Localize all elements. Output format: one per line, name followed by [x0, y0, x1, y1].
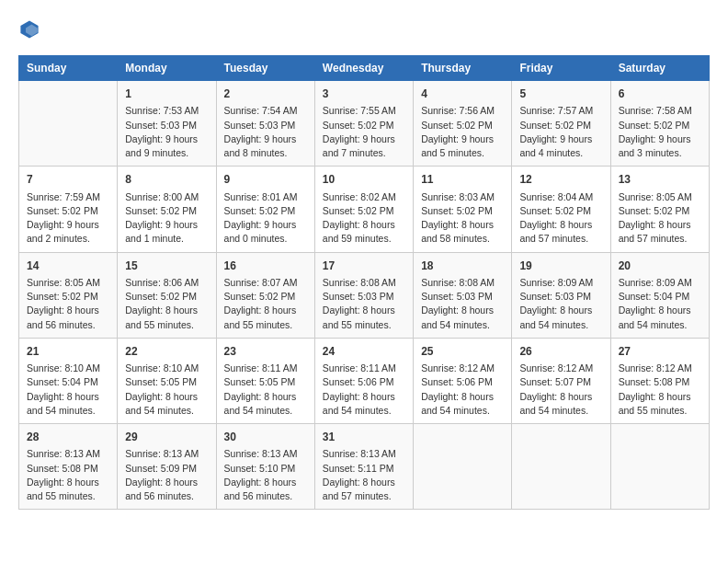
day-info: Sunrise: 7:59 AM Sunset: 5:02 PM Dayligh… — [27, 190, 109, 247]
column-header-wednesday: Wednesday — [314, 56, 413, 81]
day-number: 20 — [619, 259, 701, 274]
calendar-cell: 3Sunrise: 7:55 AM Sunset: 5:02 PM Daylig… — [314, 81, 413, 167]
calendar-week-row: 14Sunrise: 8:05 AM Sunset: 5:02 PM Dayli… — [19, 252, 710, 338]
calendar-cell — [512, 424, 610, 510]
calendar-cell: 7Sunrise: 7:59 AM Sunset: 5:02 PM Daylig… — [19, 167, 118, 252]
day-info: Sunrise: 8:06 AM Sunset: 5:02 PM Dayligh… — [125, 276, 208, 332]
day-number: 25 — [421, 344, 504, 360]
calendar-cell: 28Sunrise: 8:13 AM Sunset: 5:08 PM Dayli… — [19, 424, 118, 510]
calendar-cell: 9Sunrise: 8:01 AM Sunset: 5:02 PM Daylig… — [216, 167, 314, 252]
calendar-cell: 16Sunrise: 8:07 AM Sunset: 5:02 PM Dayli… — [216, 252, 314, 338]
day-info: Sunrise: 7:58 AM Sunset: 5:02 PM Dayligh… — [619, 104, 701, 160]
day-info: Sunrise: 7:55 AM Sunset: 5:02 PM Dayligh… — [323, 104, 405, 160]
calendar-cell: 13Sunrise: 8:05 AM Sunset: 5:02 PM Dayli… — [610, 167, 709, 252]
day-info: Sunrise: 8:13 AM Sunset: 5:09 PM Dayligh… — [125, 447, 208, 503]
calendar-cell: 1Sunrise: 7:53 AM Sunset: 5:03 PM Daylig… — [118, 81, 216, 167]
calendar-cell: 11Sunrise: 8:03 AM Sunset: 5:02 PM Dayli… — [414, 167, 512, 252]
column-header-friday: Friday — [512, 56, 610, 81]
calendar-week-row: 28Sunrise: 8:13 AM Sunset: 5:08 PM Dayli… — [19, 424, 710, 510]
day-number: 19 — [519, 259, 602, 274]
day-number: 2 — [224, 86, 307, 102]
calendar-cell: 30Sunrise: 8:13 AM Sunset: 5:10 PM Dayli… — [216, 424, 314, 510]
column-header-tuesday: Tuesday — [216, 56, 314, 81]
calendar-cell: 2Sunrise: 7:54 AM Sunset: 5:03 PM Daylig… — [216, 81, 314, 167]
page-header — [18, 18, 710, 40]
day-number: 5 — [519, 86, 602, 102]
day-info: Sunrise: 8:08 AM Sunset: 5:03 PM Dayligh… — [323, 276, 405, 332]
day-number: 15 — [125, 259, 208, 274]
day-number: 18 — [421, 259, 504, 274]
day-number: 13 — [619, 172, 701, 188]
calendar-week-row: 7Sunrise: 7:59 AM Sunset: 5:02 PM Daylig… — [19, 167, 710, 252]
calendar-cell: 27Sunrise: 8:12 AM Sunset: 5:08 PM Dayli… — [610, 338, 709, 423]
day-info: Sunrise: 8:10 AM Sunset: 5:04 PM Dayligh… — [27, 362, 109, 418]
day-info: Sunrise: 7:54 AM Sunset: 5:03 PM Dayligh… — [224, 104, 307, 160]
day-number: 1 — [125, 86, 208, 102]
day-number: 4 — [421, 86, 504, 102]
day-info: Sunrise: 8:09 AM Sunset: 5:03 PM Dayligh… — [519, 276, 602, 332]
calendar-cell: 22Sunrise: 8:10 AM Sunset: 5:05 PM Dayli… — [118, 338, 216, 423]
day-info: Sunrise: 8:05 AM Sunset: 5:02 PM Dayligh… — [619, 190, 701, 247]
calendar-cell: 14Sunrise: 8:05 AM Sunset: 5:02 PM Dayli… — [19, 252, 118, 338]
calendar-week-row: 1Sunrise: 7:53 AM Sunset: 5:03 PM Daylig… — [19, 81, 710, 167]
day-info: Sunrise: 8:12 AM Sunset: 5:06 PM Dayligh… — [421, 362, 504, 418]
day-number: 26 — [519, 344, 602, 360]
day-info: Sunrise: 8:13 AM Sunset: 5:11 PM Dayligh… — [323, 447, 405, 503]
day-info: Sunrise: 8:09 AM Sunset: 5:04 PM Dayligh… — [619, 276, 701, 332]
day-info: Sunrise: 8:11 AM Sunset: 5:05 PM Dayligh… — [224, 362, 307, 418]
calendar-cell: 10Sunrise: 8:02 AM Sunset: 5:02 PM Dayli… — [314, 167, 413, 252]
calendar-cell: 15Sunrise: 8:06 AM Sunset: 5:02 PM Dayli… — [118, 252, 216, 338]
day-number: 28 — [27, 430, 109, 445]
calendar-cell: 17Sunrise: 8:08 AM Sunset: 5:03 PM Dayli… — [314, 252, 413, 338]
calendar-cell: 4Sunrise: 7:56 AM Sunset: 5:02 PM Daylig… — [414, 81, 512, 167]
logo-icon — [18, 18, 40, 40]
day-info: Sunrise: 8:10 AM Sunset: 5:05 PM Dayligh… — [125, 362, 208, 418]
day-number: 7 — [27, 172, 109, 188]
day-number: 10 — [323, 172, 405, 188]
day-info: Sunrise: 8:12 AM Sunset: 5:08 PM Dayligh… — [619, 362, 701, 418]
day-number: 6 — [619, 86, 701, 102]
column-header-monday: Monday — [118, 56, 216, 81]
calendar-cell: 12Sunrise: 8:04 AM Sunset: 5:02 PM Dayli… — [512, 167, 610, 252]
calendar-cell: 23Sunrise: 8:11 AM Sunset: 5:05 PM Dayli… — [216, 338, 314, 423]
calendar-cell: 8Sunrise: 8:00 AM Sunset: 5:02 PM Daylig… — [118, 167, 216, 252]
day-number: 24 — [323, 344, 405, 360]
day-info: Sunrise: 8:11 AM Sunset: 5:06 PM Dayligh… — [323, 362, 405, 418]
calendar-cell — [610, 424, 709, 510]
calendar-cell: 21Sunrise: 8:10 AM Sunset: 5:04 PM Dayli… — [19, 338, 118, 423]
calendar-cell: 29Sunrise: 8:13 AM Sunset: 5:09 PM Dayli… — [118, 424, 216, 510]
day-number: 11 — [421, 172, 504, 188]
calendar-table: SundayMondayTuesdayWednesdayThursdayFrid… — [18, 55, 710, 510]
calendar-cell: 18Sunrise: 8:08 AM Sunset: 5:03 PM Dayli… — [414, 252, 512, 338]
day-number: 8 — [125, 172, 208, 188]
day-info: Sunrise: 8:12 AM Sunset: 5:07 PM Dayligh… — [519, 362, 602, 418]
day-info: Sunrise: 8:05 AM Sunset: 5:02 PM Dayligh… — [27, 276, 109, 332]
column-header-thursday: Thursday — [414, 56, 512, 81]
day-number: 31 — [323, 430, 405, 445]
day-info: Sunrise: 7:53 AM Sunset: 5:03 PM Dayligh… — [125, 104, 208, 160]
day-info: Sunrise: 8:08 AM Sunset: 5:03 PM Dayligh… — [421, 276, 504, 332]
logo — [18, 18, 44, 40]
day-number: 29 — [125, 430, 208, 445]
calendar-cell: 6Sunrise: 7:58 AM Sunset: 5:02 PM Daylig… — [610, 81, 709, 167]
day-info: Sunrise: 8:01 AM Sunset: 5:02 PM Dayligh… — [224, 190, 307, 247]
day-info: Sunrise: 8:13 AM Sunset: 5:10 PM Dayligh… — [224, 447, 307, 503]
day-number: 21 — [27, 344, 109, 360]
day-number: 9 — [224, 172, 307, 188]
day-number: 30 — [224, 430, 307, 445]
calendar-cell: 26Sunrise: 8:12 AM Sunset: 5:07 PM Dayli… — [512, 338, 610, 423]
calendar-cell — [19, 81, 118, 167]
day-number: 22 — [125, 344, 208, 360]
calendar-cell: 31Sunrise: 8:13 AM Sunset: 5:11 PM Dayli… — [314, 424, 413, 510]
calendar-cell — [414, 424, 512, 510]
column-header-saturday: Saturday — [610, 56, 709, 81]
calendar-cell: 24Sunrise: 8:11 AM Sunset: 5:06 PM Dayli… — [314, 338, 413, 423]
day-info: Sunrise: 7:57 AM Sunset: 5:02 PM Dayligh… — [519, 104, 602, 160]
calendar-cell: 19Sunrise: 8:09 AM Sunset: 5:03 PM Dayli… — [512, 252, 610, 338]
day-info: Sunrise: 8:03 AM Sunset: 5:02 PM Dayligh… — [421, 190, 504, 247]
day-info: Sunrise: 8:13 AM Sunset: 5:08 PM Dayligh… — [27, 447, 109, 503]
day-info: Sunrise: 8:02 AM Sunset: 5:02 PM Dayligh… — [323, 190, 405, 247]
calendar-cell: 5Sunrise: 7:57 AM Sunset: 5:02 PM Daylig… — [512, 81, 610, 167]
day-info: Sunrise: 8:04 AM Sunset: 5:02 PM Dayligh… — [519, 190, 602, 247]
day-number: 16 — [224, 259, 307, 274]
